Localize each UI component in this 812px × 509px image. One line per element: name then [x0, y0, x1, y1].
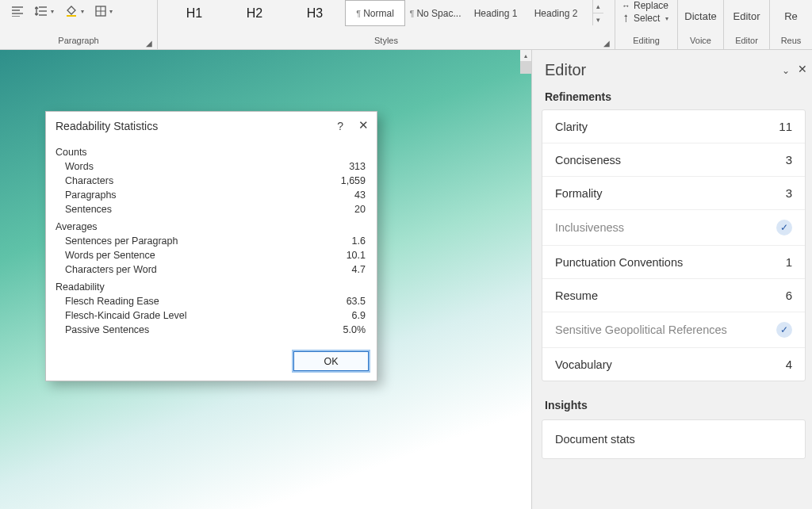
borders-icon[interactable]: [95, 6, 106, 17]
style-normal[interactable]: ¶Normal: [345, 0, 405, 26]
refinement-item[interactable]: Vocabulary4: [542, 348, 805, 381]
style-heading1[interactable]: Heading 1: [465, 0, 526, 26]
value-spp: 1.6: [352, 235, 366, 247]
refinement-label: Sensitive Geopolitical References: [555, 323, 727, 336]
refinement-count: 3: [786, 153, 792, 166]
chevron-down-icon[interactable]: ▾: [665, 15, 668, 22]
refinement-count: 1: [786, 255, 792, 269]
pilcrow-icon: ¶: [356, 9, 361, 18]
editor-collapse-button[interactable]: ⌄: [782, 65, 790, 76]
group-label-editor: Editor: [724, 36, 769, 50]
label-sents: Sentences: [65, 204, 112, 215]
refinement-label: Clarity: [555, 121, 588, 133]
value-words: 313: [349, 161, 366, 172]
chevron-down-icon[interactable]: ▾: [109, 8, 113, 15]
align-left-icon[interactable]: [11, 6, 24, 17]
refinement-label: Formality: [555, 187, 603, 200]
shading-icon[interactable]: [65, 5, 78, 17]
refinement-item[interactable]: Sensitive Geopolitical References✓: [542, 312, 805, 348]
replace-button[interactable]: ↔Replace: [622, 0, 668, 11]
style-no-spacing[interactable]: ¶No Spac...: [405, 0, 465, 26]
refinement-item[interactable]: Punctuation Conventions1: [542, 246, 805, 279]
ribbon-group-editing: ↔Replace ⭡Select▾ Editing: [615, 0, 678, 50]
group-label-styles: Styles: [158, 36, 615, 50]
value-fkg: 6.9: [352, 310, 366, 321]
label-spp: Sentences per Paragraph: [65, 235, 178, 247]
label-cpw: Characters per Word: [65, 264, 157, 275]
document-canvas: ▴ Readability Statistics ? ✕ Counts Word…: [0, 50, 531, 509]
pilcrow-icon: ¶: [410, 9, 415, 18]
refinement-label: Conciseness: [555, 154, 621, 166]
cursor-icon: ⭡: [622, 13, 630, 23]
gallery-scroll-up[interactable]: ▴: [592, 0, 603, 13]
refinements-heading: Refinements: [542, 90, 806, 109]
document-stats-button[interactable]: Document stats: [542, 419, 806, 459]
style-normal-label: Normal: [363, 8, 394, 19]
editor-close-button[interactable]: ✕: [798, 63, 807, 75]
insights-heading: Insights: [542, 399, 806, 419]
chevron-down-icon[interactable]: ▾: [51, 8, 54, 15]
refinement-count: 4: [786, 358, 792, 371]
refinement-item[interactable]: Resume6: [542, 279, 805, 312]
svg-rect-7: [67, 15, 76, 17]
style-h2[interactable]: H2: [224, 0, 285, 26]
value-cpw: 4.7: [352, 264, 366, 275]
dialog-close-button[interactable]: ✕: [358, 118, 369, 132]
value-pas: 5.0%: [343, 324, 366, 335]
refinement-item[interactable]: Conciseness3: [542, 144, 805, 177]
refinement-label: Punctuation Conventions: [555, 256, 683, 269]
refinement-label: Vocabulary: [555, 358, 612, 371]
scroll-up-button[interactable]: ▴: [520, 50, 531, 61]
section-readability: Readability: [56, 277, 367, 294]
ribbon-group-editor: Editor Editor: [724, 0, 770, 50]
ribbon-group-reuse: Re Reus: [770, 0, 812, 50]
ok-button[interactable]: OK: [293, 351, 369, 371]
scrollbar-thumb[interactable]: [520, 61, 531, 74]
label-chars: Characters: [65, 175, 113, 186]
value-wps: 10.1: [347, 250, 366, 261]
section-averages: Averages: [56, 216, 367, 234]
refinements-list: Clarity11Conciseness3Formality3Inclusive…: [542, 109, 806, 381]
label-fkg: Flesch-Kincaid Grade Level: [65, 310, 187, 321]
group-label-editing: Editing: [615, 36, 677, 50]
refinement-count: 11: [779, 120, 792, 133]
style-h1[interactable]: H1: [164, 0, 224, 26]
select-label: Select: [634, 13, 660, 24]
dialog-launcher-icon[interactable]: ◢: [144, 38, 154, 48]
value-chars: 1,659: [341, 175, 366, 186]
style-heading2[interactable]: Heading 2: [526, 0, 586, 26]
reuse-button[interactable]: Re: [770, 0, 812, 32]
line-spacing-icon[interactable]: [35, 6, 48, 17]
label-words: Words: [65, 161, 94, 172]
editor-pane: Editor ⌄ ✕ Refinements Clarity11Concisen…: [531, 50, 812, 509]
value-sents: 20: [354, 204, 366, 215]
dictate-button[interactable]: Dictate: [678, 0, 723, 32]
check-icon: ✓: [776, 322, 792, 338]
dialog-title: Readability Statistics: [56, 120, 158, 132]
dialog-launcher-icon[interactable]: ◢: [601, 38, 611, 48]
dialog-help-button[interactable]: ?: [337, 120, 343, 132]
editor-button[interactable]: Editor: [724, 0, 769, 32]
style-nospacing-label: No Spac...: [416, 8, 461, 19]
refinement-item[interactable]: Inclusiveness✓: [542, 210, 805, 246]
label-wps: Words per Sentence: [65, 250, 155, 261]
readability-dialog: Readability Statistics ? ✕ Counts Words3…: [45, 111, 377, 381]
gallery-more[interactable]: ▾: [592, 13, 603, 25]
style-h3[interactable]: H3: [285, 0, 345, 26]
ribbon-group-paragraph: ▾ ▾ ▾ Paragraph ◢: [0, 0, 158, 50]
group-label-reuse: Reus: [770, 36, 812, 50]
ribbon-group-styles: H1 H2 H3 ¶Normal ¶No Spac... Heading 1 H…: [158, 0, 615, 50]
check-icon: ✓: [776, 220, 792, 235]
ribbon: ▾ ▾ ▾ Paragraph ◢ H1 H2 H3 ¶Normal ¶No S…: [0, 0, 812, 50]
label-paras: Paragraphs: [65, 189, 117, 201]
label-fre: Flesch Reading Ease: [65, 296, 159, 307]
select-button[interactable]: ⭡Select▾: [622, 13, 668, 24]
refinement-item[interactable]: Clarity11: [542, 110, 805, 144]
value-fre: 63.5: [347, 296, 366, 307]
refinement-item[interactable]: Formality3: [542, 177, 805, 210]
chevron-down-icon[interactable]: ▾: [81, 8, 84, 15]
replace-icon: ↔: [622, 1, 630, 10]
replace-label: Replace: [634, 0, 668, 11]
group-label-paragraph: Paragraph: [0, 36, 157, 50]
value-paras: 43: [354, 189, 366, 201]
